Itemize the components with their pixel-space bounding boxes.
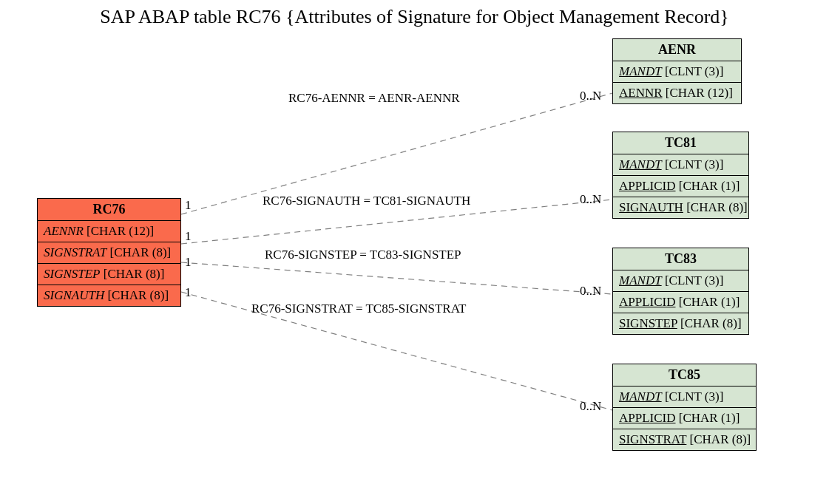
entity-tc83-field-signstep: SIGNSTEP [CHAR (8)] [613,313,748,334]
entity-aenr-field-mandt: MANDT [CLNT (3)] [613,61,741,83]
card-left-tc81: 1 [185,229,192,244]
entity-tc81-field-applicid: APPLICID [CHAR (1)] [613,176,748,197]
page-title: SAP ABAP table RC76 {Attributes of Signa… [0,6,829,28]
entity-tc83: TC83 MANDT [CLNT (3)] APPLICID [CHAR (1)… [612,248,749,335]
edge-label-tc81: RC76-SIGNAUTH = TC81-SIGNAUTH [263,194,470,208]
edge-rc76-tc83 [181,262,612,294]
entity-tc85-field-applicid: APPLICID [CHAR (1)] [613,408,756,429]
card-right-aenr: 0..N [580,89,601,103]
entity-tc81-header: TC81 [613,132,748,154]
entity-rc76-field-signstrat: SIGNSTRAT [CHAR (8)] [38,242,180,264]
entity-aenr-field-aennr: AENNR [CHAR (12)] [613,83,741,103]
entity-tc85: TC85 MANDT [CLNT (3)] APPLICID [CHAR (1)… [612,364,757,451]
entity-aenr: AENR MANDT [CLNT (3)] AENNR [CHAR (12)] [612,38,742,104]
entity-tc81-field-mandt: MANDT [CLNT (3)] [613,154,748,176]
entity-rc76-field-aennr: AENNR [CHAR (12)] [38,221,180,242]
entity-tc81: TC81 MANDT [CLNT (3)] APPLICID [CHAR (1)… [612,132,749,219]
edge-label-aenr: RC76-AENNR = AENR-AENNR [288,91,460,106]
entity-tc85-field-signstrat: SIGNSTRAT [CHAR (8)] [613,429,756,450]
entity-tc85-header: TC85 [613,364,756,386]
edge-label-tc83: RC76-SIGNSTEP = TC83-SIGNSTEP [265,248,461,262]
card-right-tc85: 0..N [580,399,601,414]
entity-rc76: RC76 AENNR [CHAR (12)] SIGNSTRAT [CHAR (… [37,198,181,307]
card-right-tc83: 0..N [580,284,601,299]
entity-tc85-field-mandt: MANDT [CLNT (3)] [613,386,756,408]
card-left-aenr: 1 [185,198,192,213]
entity-tc83-field-applicid: APPLICID [CHAR (1)] [613,292,748,313]
entity-rc76-field-signstep: SIGNSTEP [CHAR (8)] [38,264,180,285]
entity-rc76-header: RC76 [38,199,180,221]
entity-tc83-header: TC83 [613,248,748,270]
entity-rc76-field-signauth: SIGNAUTH [CHAR (8)] [38,285,180,306]
entity-tc81-field-signauth: SIGNAUTH [CHAR (8)] [613,197,748,218]
card-left-tc83: 1 [185,255,192,270]
edge-label-tc85: RC76-SIGNSTRAT = TC85-SIGNSTRAT [251,302,466,316]
entity-aenr-header: AENR [613,39,741,61]
card-left-tc85: 1 [185,285,192,300]
entity-tc83-field-mandt: MANDT [CLNT (3)] [613,270,748,292]
card-right-tc81: 0..N [580,192,601,207]
